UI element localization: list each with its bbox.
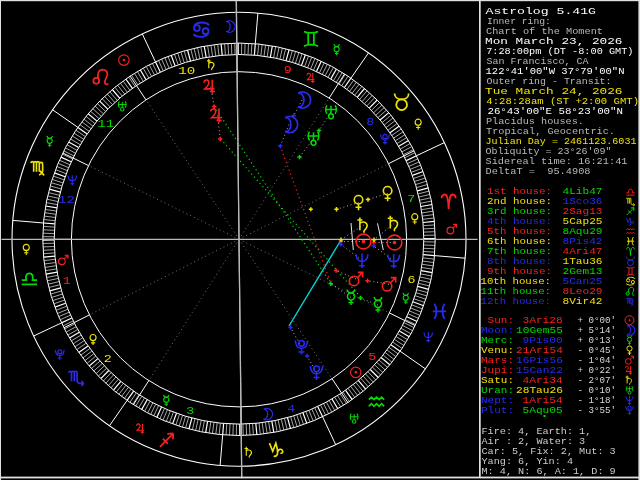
svg-text:4: 4 bbox=[287, 403, 295, 415]
svg-text:M: 4, N: 6, A: 1, D: 9: M: 4, N: 6, A: 1, D: 9 bbox=[482, 466, 616, 477]
svg-text:8: 8 bbox=[366, 116, 374, 128]
svg-text:5Aqu05: 5Aqu05 bbox=[523, 405, 563, 416]
svg-text:5: 5 bbox=[368, 351, 376, 363]
svg-text:DeltaT = 95.4908: DeltaT = 95.4908 bbox=[486, 166, 591, 177]
svg-text:6: 6 bbox=[407, 274, 415, 286]
svg-text:10: 10 bbox=[178, 65, 195, 77]
svg-text:8Vir42: 8Vir42 bbox=[563, 296, 603, 307]
svg-text:- 3°55': - 3°55' bbox=[578, 405, 617, 416]
svg-text:12: 12 bbox=[58, 194, 75, 206]
svg-text:9: 9 bbox=[284, 64, 292, 76]
svg-text:Plut:: Plut: bbox=[481, 405, 514, 416]
svg-text:1: 1 bbox=[63, 275, 71, 287]
svg-text:12th house:: 12th house: bbox=[481, 296, 552, 307]
svg-text:2: 2 bbox=[104, 353, 112, 365]
svg-text:7: 7 bbox=[407, 193, 415, 205]
svg-text:11: 11 bbox=[97, 118, 115, 130]
svg-text:3: 3 bbox=[186, 405, 194, 417]
